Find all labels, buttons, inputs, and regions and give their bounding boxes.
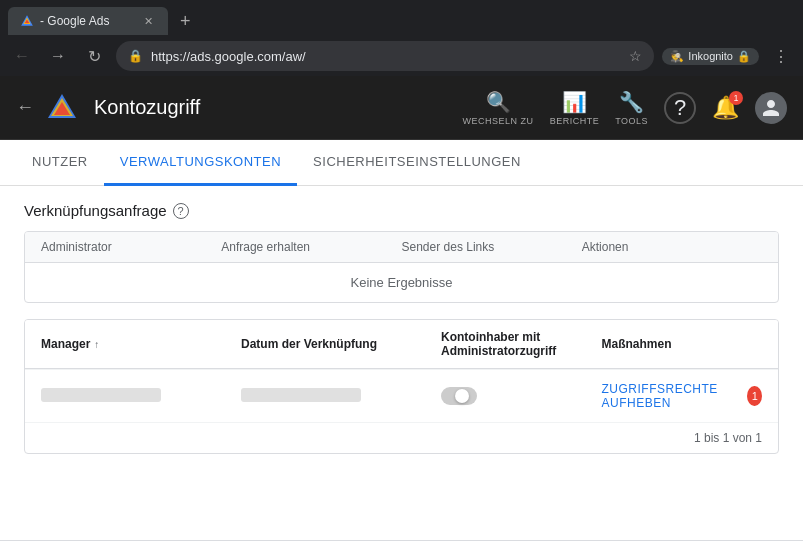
kontoinhaber-col-label: Kontoinhaber mit Administratorzugriff <box>441 330 602 358</box>
incognito-label: Inkognito <box>688 50 733 62</box>
incognito-icon2: 🔒 <box>737 50 751 63</box>
col-anfrage-erhalten: Anfrage erhalten <box>221 240 401 254</box>
manager-cell <box>41 388 241 405</box>
manager-table-header: Manager ↑ Datum der Verknüpfung Kontoinh… <box>25 320 778 369</box>
verknuepfungsanfrage-table: Administrator Anfrage erhalten Sender de… <box>24 231 779 303</box>
tools-icon: 🔧 <box>619 90 644 114</box>
header-actions: 🔍 WECHSELN ZU 📊 BERICHTE 🔧 TOOLS ? 🔔 1 <box>463 90 787 126</box>
browser-actions: 🕵 Inkognito 🔒 ⋮ <box>662 42 795 70</box>
berichte-icon: 📊 <box>562 90 587 114</box>
url-text: https://ads.google.com/aw/ <box>151 49 306 64</box>
user-avatar[interactable] <box>755 92 787 124</box>
address-bar[interactable]: 🔒 https://ads.google.com/aw/ ☆ <box>116 41 654 71</box>
col-sender: Sender des Links <box>402 240 582 254</box>
pagination: 1 bis 1 von 1 <box>25 422 778 453</box>
kontoinhaber-col-header: Kontoinhaber mit Administratorzugriff <box>441 330 602 358</box>
bookmark-icon: ☆ <box>629 48 642 64</box>
help-btn[interactable]: ? <box>664 92 696 124</box>
search-icon: 🔍 <box>486 90 511 114</box>
col-aktionen: Aktionen <box>582 240 762 254</box>
reload-btn[interactable]: ↻ <box>80 42 108 70</box>
back-nav-btn[interactable]: ← <box>8 42 36 70</box>
datum-col-label: Datum der Verknüpfung <box>241 337 377 351</box>
massnahmen-cell: ZUGRIFFSRECHTE AUFHEBEN 1 <box>602 382 763 410</box>
tab-verwaltungskonten[interactable]: VERWALTUNGSKONTEN <box>104 140 297 186</box>
manager-name-blurred <box>41 388 161 402</box>
empty-message: Keine Ergebnisse <box>25 263 778 302</box>
browser-menu-btn[interactable]: ⋮ <box>767 42 795 70</box>
berichte-label: BERICHTE <box>550 116 600 126</box>
active-tab[interactable]: - Google Ads ✕ <box>8 7 168 35</box>
address-bar-row: ← → ↻ 🔒 https://ads.google.com/aw/ ☆ 🕵 I… <box>0 36 803 76</box>
tab-title-text: - Google Ads <box>40 14 109 28</box>
manager-col-header: Manager ↑ <box>41 330 241 358</box>
incognito-badge: 🕵 Inkognito 🔒 <box>662 48 759 65</box>
wechseln-zu-btn[interactable]: 🔍 WECHSELN ZU <box>463 90 534 126</box>
ads-header: ← Kontozugriff 🔍 WECHSELN ZU 📊 BERICHTE … <box>0 76 803 140</box>
section-title-text: Verknüpfungsanfrage <box>24 202 167 219</box>
tab-sicherheitseinstellungen[interactable]: SICHERHEITSEINSTELLUNGEN <box>297 140 537 186</box>
datum-blurred <box>241 388 361 402</box>
tools-label: TOOLS <box>615 116 648 126</box>
incognito-icon: 🕵 <box>670 50 684 63</box>
new-tab-btn[interactable]: + <box>172 9 199 34</box>
notification-badge: 1 <box>729 91 743 105</box>
berichte-btn[interactable]: 📊 BERICHTE <box>550 90 600 126</box>
ads-logo <box>46 92 78 124</box>
table-row: ZUGRIFFSRECHTE AUFHEBEN 1 <box>25 369 778 422</box>
page-title: Kontozugriff <box>94 96 463 119</box>
manager-table: Manager ↑ Datum der Verknüpfung Kontoinh… <box>24 319 779 454</box>
datum-cell <box>241 388 441 405</box>
wechseln-zu-label: WECHSELN ZU <box>463 116 534 126</box>
massnahmen-col-header: Maßnahmen <box>602 330 763 358</box>
tabs-row: NUTZER VERWALTUNGSKONTEN SICHERHEITSEINS… <box>0 140 803 186</box>
header-back-btn[interactable]: ← <box>16 97 34 118</box>
table-header-verknuepfung: Administrator Anfrage erhalten Sender de… <box>25 232 778 263</box>
tab-close-btn[interactable]: ✕ <box>140 13 156 29</box>
manager-col-label: Manager <box>41 337 90 351</box>
forward-nav-btn[interactable]: → <box>44 42 72 70</box>
info-icon[interactable]: ? <box>173 203 189 219</box>
col-administrator: Administrator <box>41 240 221 254</box>
content-area: NUTZER VERWALTUNGSKONTEN SICHERHEITSEINS… <box>0 140 803 540</box>
tab-nutzer[interactable]: NUTZER <box>16 140 104 186</box>
zugriffsrechte-aufheben-btn[interactable]: ZUGRIFFSRECHTE AUFHEBEN <box>602 382 740 410</box>
section-verknuepfungsanfrage: Verknüpfungsanfrage ? <box>24 202 779 219</box>
toggle-switch[interactable] <box>441 387 477 405</box>
browser-chrome: - Google Ads ✕ + ← → ↻ 🔒 https://ads.goo… <box>0 0 803 76</box>
tab-bar: - Google Ads ✕ + <box>0 0 803 36</box>
massnahmen-col-label: Maßnahmen <box>602 337 672 351</box>
tab-favicon <box>20 14 34 28</box>
datum-col-header: Datum der Verknüpfung <box>241 330 441 358</box>
notification-btn[interactable]: 🔔 1 <box>712 95 739 121</box>
toggle-knob <box>455 389 469 403</box>
action-badge: 1 <box>747 386 762 406</box>
kontoinhaber-cell <box>441 387 602 405</box>
sort-arrow-icon: ↑ <box>94 339 99 350</box>
tools-btn[interactable]: 🔧 TOOLS <box>615 90 648 126</box>
main-content: Verknüpfungsanfrage ? Administrator Anfr… <box>0 186 803 478</box>
lock-icon: 🔒 <box>128 49 143 63</box>
